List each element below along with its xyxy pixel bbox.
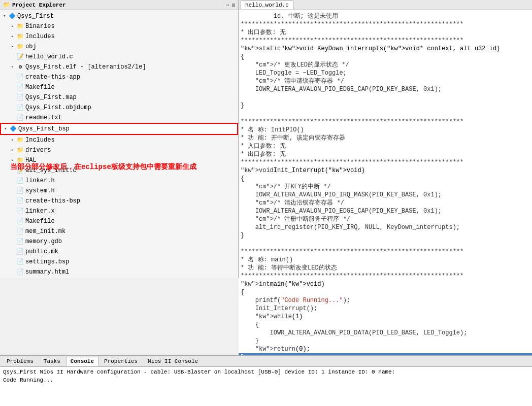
code-line: ****************************************… [239, 118, 532, 126]
line-content: } [239, 101, 244, 110]
code-line: "kw">int main("kw">void) [239, 280, 532, 288]
top-area: 📁 Project Explorer ▭ ⊠ ▾🔷Qsys_First▸📁Bin… [0, 0, 532, 355]
tree-item-create_this_bsp[interactable]: 📄create-this-bsp [0, 196, 238, 206]
code-line: * 功 能: 开中断, 该定向锁存寄存器 [239, 134, 532, 142]
tree-item-qsys_first_bsp[interactable]: ▾🔷Qsys_First_bsp [0, 123, 238, 135]
tree-item-summary_html[interactable]: 📄summary.html [0, 267, 238, 277]
tree-icon: 📁 [16, 22, 24, 30]
line-content: alt_irq_register(PIO_KEY_IRQ, NULL, KeyD… [239, 223, 460, 231]
tree-item-readme_txt[interactable]: 📄readme.txt [0, 113, 238, 123]
tree-item-mem_init_mk[interactable]: 📄mem_init.mk [0, 226, 238, 236]
tree-item-qsys_first_elf[interactable]: ▸⚙Qsys_First.elf - [alteranios2/le] [0, 62, 238, 72]
tree-label: Makefile [25, 217, 55, 226]
code-line: id, 中断; 这是未使用 [239, 12, 532, 20]
tree-item-includes2[interactable]: ▸📁Includes [0, 135, 238, 145]
code-line: * 名 称: InitPIO() [239, 126, 532, 134]
tree-arrow: ▾ [4, 124, 9, 133]
tree-icon: 📄 [16, 217, 24, 225]
tree-item-includes[interactable]: ▸📁Includes [0, 31, 238, 42]
tree-item-public_mk[interactable]: 📄public.mk [0, 247, 238, 257]
bottom-tab-properties[interactable]: Properties [99, 357, 142, 366]
line-content: * 出口参数: 无 [239, 150, 286, 158]
tree-item-makefile[interactable]: 📄Makefile [0, 82, 238, 92]
tree-item-create_this_app[interactable]: 📄create-this-app [0, 72, 238, 82]
code-area[interactable]: id, 中断; 这是未使用***************************… [239, 10, 532, 355]
tree-label: Qsys_First.objdump [25, 103, 91, 112]
line-content: "kw">return [239, 345, 295, 353]
tree-label: public.mk [25, 247, 58, 256]
line-content: } [239, 353, 244, 355]
tree-icon: 📄 [16, 248, 24, 256]
tree-item-qsys_first[interactable]: ▾🔷Qsys_First [0, 11, 238, 21]
editor-tab-bar: hello_world.c [239, 0, 532, 10]
bottom-tab-console[interactable]: Console [66, 357, 98, 366]
tree-arrow: ▸ [11, 136, 16, 145]
tree-arrow: ▸ [11, 22, 16, 31]
code-line: "cm">/* 注册中断服务子程序 */ [239, 215, 532, 223]
tree-label: drivers [25, 146, 51, 155]
tree-icon: 📄 [16, 177, 24, 185]
tree-icon: ⚙ [16, 63, 24, 71]
line-content: "cm">/* 清边沿锁存寄存器 */ [239, 199, 344, 207]
line-content: IOWR_ALTERA_AVALON_PIO_IRQ_MASK(PIO_KEY_… [239, 191, 442, 199]
line-content: { [239, 288, 244, 296]
tree-item-binaries[interactable]: ▸📁Binaries [0, 21, 238, 31]
line-content: Init_Interrupt(); [239, 304, 317, 313]
line-content: } [239, 337, 259, 345]
tree-label: obj [25, 42, 37, 51]
code-line: ****************************************… [239, 20, 532, 28]
tree-arrow: ▸ [11, 32, 16, 41]
tree-arrow: ▸ [11, 42, 16, 51]
tree-item-settings_bsp[interactable]: 📄settings.bsp [0, 257, 238, 267]
tree-icon: 📄 [16, 207, 24, 215]
line-content: "kw">int [239, 280, 270, 288]
tree-label: Includes [25, 32, 55, 41]
line-content: * 名 称: main() [239, 256, 293, 264]
tree-icon: 📄 [16, 104, 24, 112]
tree-item-hello_world_c[interactable]: 📝hello_world.c [0, 52, 238, 62]
tree-item-memory_gdb[interactable]: 📄memory.gdb [0, 236, 238, 247]
tree-label: system.h [25, 186, 55, 195]
tree-item-qsys_first_map[interactable]: 📄Qsys_First.map [0, 92, 238, 103]
tree-icon: 📝 [16, 166, 24, 175]
tree-item-linker_x[interactable]: 📄linker.x [0, 206, 238, 216]
tree-item-alt_sys_init_c[interactable]: 📝alt_sys_init.c [0, 165, 238, 176]
tree-icon: 📄 [16, 83, 24, 91]
line-content: * 功 能: 等待中断改变LED的状态 [239, 264, 337, 272]
tree-item-qsys_first_objdump[interactable]: 📄Qsys_First.objdump [0, 103, 238, 113]
tree-icon: 📄 [16, 258, 24, 266]
code-line: "kw">void Init_Interrupt("kw">void) [239, 166, 532, 175]
editor-tab-hello-world[interactable]: hello_world.c [241, 1, 293, 9]
tree-label: Qsys_First_bsp [18, 124, 70, 133]
bottom-tab-problems[interactable]: Problems [2, 357, 38, 366]
code-line: { [239, 288, 532, 296]
tree-view[interactable]: ▾🔷Qsys_First▸📁Binaries▸📁Includes▸📁obj📝he… [0, 10, 238, 278]
code-line: IOWR_ALTERA_AVALON_PIO_EDGE_CAP(PIO_KEY_… [239, 85, 532, 93]
tree-item-drivers[interactable]: ▸📁drivers [0, 145, 238, 155]
tree-item-hal[interactable]: ▸📁HAL [0, 155, 238, 165]
code-line: } [239, 353, 532, 355]
line-content: IOWR_ALTERA_AVALON_PIO_DATA(PIO_LED_BASE… [239, 329, 467, 337]
line-content: ****************************************… [239, 272, 463, 280]
tree-label: readme.txt [25, 113, 62, 122]
tree-icon: 📁 [16, 43, 24, 51]
bottom-tab-nios-ii-console[interactable]: Nios II Console [143, 357, 203, 366]
code-line: "kw">while(1) [239, 313, 532, 321]
line-content: ****************************************… [239, 118, 463, 126]
tree-icon: 📄 [16, 73, 24, 81]
tree-item-obj[interactable]: ▸📁obj [0, 42, 238, 52]
code-line: } [239, 337, 532, 345]
tree-item-makefile2[interactable]: 📄Makefile [0, 216, 238, 226]
tree-item-linker_h[interactable]: 📄linker.h [0, 176, 238, 186]
code-line: ****************************************… [239, 272, 532, 280]
line-content: IOWR_ALTERA_AVALON_PIO_EDGE_CAP(PIO_KEY_… [239, 207, 442, 215]
bottom-tab-tasks[interactable]: Tasks [39, 357, 65, 366]
code-line: "cm">/* 开KEY的中断 */ [239, 183, 532, 191]
tree-icon: 📄 [16, 197, 24, 205]
tree-label: linker.x [25, 207, 55, 216]
code-line: { [239, 175, 532, 183]
tree-icon: 📁 [16, 146, 24, 154]
tree-item-system_h[interactable]: 📄system.h [0, 186, 238, 196]
line-content: } [239, 231, 244, 240]
tree-icon: 📄 [16, 114, 24, 122]
